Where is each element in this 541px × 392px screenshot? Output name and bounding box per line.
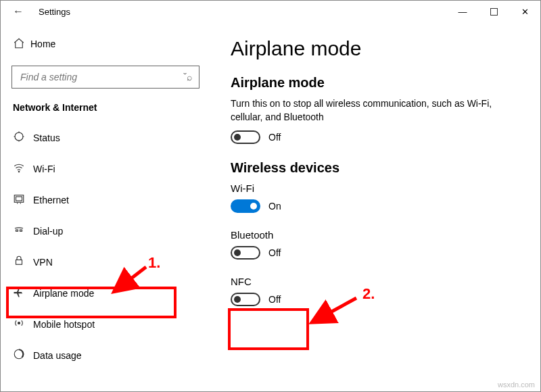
sidebar-item-airplane[interactable]: Airplane mode [1,278,210,309]
sidebar-item-label: Status [33,132,60,143]
airplane-description: Turn this on to stop all wireless commun… [231,97,520,124]
sidebar-item-label: Data usage [33,350,82,361]
sidebar-item-wifi[interactable]: Wi-Fi [1,153,210,185]
nfc-label: NFC [231,276,520,287]
sidebar-item-datausage[interactable]: Data usage [1,340,210,371]
home-nav[interactable]: Home [1,30,210,57]
svg-rect-7 [16,260,22,265]
nfc-toggle-state: Off [268,294,281,305]
home-icon [13,37,30,51]
sidebar-item-vpn[interactable]: VPN [1,247,210,278]
svg-point-2 [18,171,20,172]
sidebar-item-status[interactable]: Status [1,122,210,153]
sidebar-item-label: Dial-up [33,226,63,237]
airplane-toggle[interactable] [231,130,260,144]
ethernet-icon [13,193,33,207]
svg-point-1 [15,132,23,141]
back-button[interactable]: ← [7,5,29,18]
svg-rect-5 [16,230,18,231]
window-title: Settings [39,7,70,17]
airplane-toggle-state: Off [268,132,281,143]
section-wireless-devices: Wireless devices [231,160,520,176]
wifi-toggle-state: On [268,201,281,212]
datausage-icon [13,348,33,363]
home-label: Home [30,39,55,49]
bluetooth-toggle[interactable] [231,246,260,260]
airplane-icon [13,286,33,301]
wifi-label: Wi-Fi [231,182,520,194]
section-airplane-mode: Airplane mode [231,75,520,91]
bluetooth-label: Bluetooth [231,229,520,241]
settings-window: ← Settings — ✕ Home ˇ⌕ Network & Interne… [0,0,541,392]
close-button[interactable]: ✕ [509,1,540,22]
content-pane: Airplane mode Airplane mode Turn this on… [210,22,540,391]
hotspot-icon [13,317,33,332]
sidebar-item-label: VPN [33,257,53,268]
sidebar-item-label: Mobile hotspot [33,319,95,330]
search-input[interactable] [19,71,183,83]
dialup-icon [13,224,33,239]
window-buttons: — ✕ [447,1,540,22]
search-icon: ˇ⌕ [183,72,192,82]
nfc-toggle[interactable] [231,293,260,306]
vpn-icon [13,255,33,270]
minimize-button[interactable]: — [447,1,478,22]
maximize-button[interactable] [478,1,509,22]
svg-rect-4 [16,197,22,201]
sidebar-item-label: Airplane mode [33,288,94,299]
svg-point-8 [18,322,20,324]
sidebar-item-hotspot[interactable]: Mobile hotspot [1,309,210,340]
sidebar-item-ethernet[interactable]: Ethernet [1,185,210,216]
wifi-toggle[interactable] [231,199,260,213]
sidebar-item-label: Wi-Fi [33,164,55,174]
svg-rect-0 [490,8,497,15]
sidebar: Home ˇ⌕ Network & Internet Status Wi-Fi [1,22,210,391]
sidebar-item-label: Ethernet [33,195,69,205]
page-title: Airplane mode [231,37,520,60]
search-box[interactable]: ˇ⌕ [11,66,199,89]
svg-rect-6 [20,230,22,231]
sidebar-item-dialup[interactable]: Dial-up [1,216,210,247]
status-icon [13,130,33,145]
titlebar: ← Settings — ✕ [1,1,540,22]
category-header: Network & Internet [1,102,210,122]
wifi-icon [13,162,33,176]
bluetooth-toggle-state: Off [268,247,281,258]
